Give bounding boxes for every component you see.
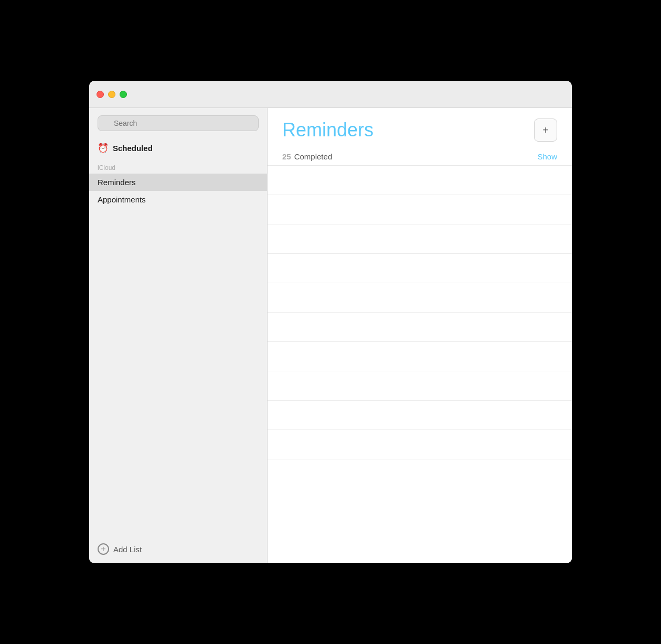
alarm-icon: ⏰	[98, 143, 109, 154]
add-list-label[interactable]: Add List	[113, 545, 142, 554]
reminder-line	[268, 371, 572, 401]
page-title: Reminders	[282, 119, 374, 141]
detail-header: Reminders +	[268, 108, 572, 148]
icloud-section-label: iCloud	[89, 158, 267, 174]
show-completed-button[interactable]: Show	[537, 152, 557, 161]
minimize-button[interactable]	[108, 91, 115, 98]
completed-row: 25 Completed Show	[268, 148, 572, 166]
sidebar-item-scheduled[interactable]: ⏰ Scheduled	[89, 138, 267, 158]
app-window: 🔍 ⏰ Scheduled iCloud Reminders Appointme…	[89, 81, 572, 563]
reminder-line	[268, 166, 572, 195]
scheduled-label: Scheduled	[113, 144, 153, 153]
sidebar-item-reminders-label: Reminders	[98, 178, 136, 187]
reminder-line	[268, 401, 572, 430]
reminder-line	[268, 195, 572, 224]
reminder-line	[268, 430, 572, 459]
reminder-lines	[268, 166, 572, 563]
sidebar: 🔍 ⏰ Scheduled iCloud Reminders Appointme…	[89, 108, 268, 563]
reminder-line	[268, 342, 572, 371]
title-bar	[89, 81, 572, 108]
sidebar-item-reminders[interactable]: Reminders	[89, 174, 267, 191]
add-list-icon[interactable]: +	[98, 543, 109, 555]
sidebar-item-appointments[interactable]: Appointments	[89, 191, 267, 208]
add-reminder-button[interactable]: +	[534, 119, 557, 142]
main-content: 🔍 ⏰ Scheduled iCloud Reminders Appointme…	[89, 108, 572, 563]
add-reminder-icon: +	[542, 124, 549, 136]
completed-label: Completed	[294, 152, 538, 161]
reminder-line	[268, 224, 572, 254]
sidebar-footer: + Add List	[89, 535, 267, 563]
search-bar-container: 🔍	[98, 115, 259, 131]
detail-panel: Reminders + 25 Completed Show	[268, 108, 572, 563]
maximize-button[interactable]	[120, 91, 127, 98]
completed-count: 25	[282, 152, 291, 161]
search-bar-wrapper: 🔍	[89, 115, 267, 138]
reminder-line	[268, 313, 572, 342]
search-input[interactable]	[98, 115, 259, 131]
reminder-line	[268, 254, 572, 283]
sidebar-item-appointments-label: Appointments	[98, 195, 146, 204]
reminder-line	[268, 283, 572, 313]
close-button[interactable]	[97, 91, 104, 98]
traffic-lights	[97, 91, 127, 98]
